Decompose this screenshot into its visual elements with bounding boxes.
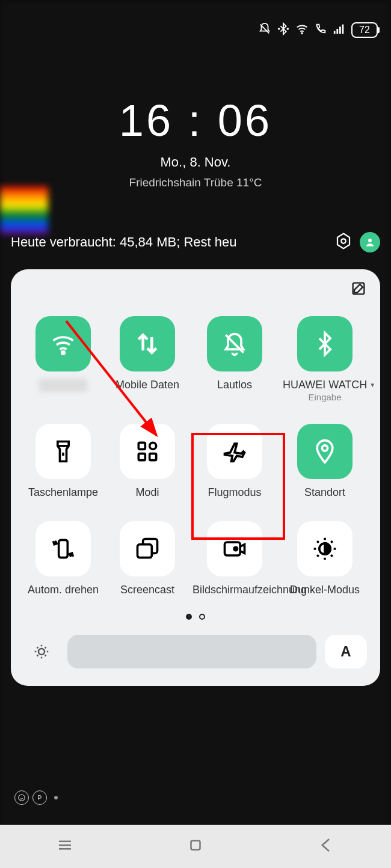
bluetooth-toggle-button[interactable] [297,316,353,371]
dark-mode-toggle-button[interactable] [297,521,353,576]
svg-point-1 [287,28,288,29]
wifi-icon [295,22,309,38]
tiles-grid: Mobile Daten Lautlos HUAWEI WATCH Eingab… [24,316,367,597]
edit-tiles-button[interactable] [350,280,367,299]
svg-point-15 [322,445,327,451]
svg-rect-5 [339,26,341,34]
bluetooth-label: HUAWEI WATCH [283,379,367,392]
wifi-toggle-button[interactable] [35,316,91,371]
nav-back-button[interactable] [317,836,335,857]
svg-point-12 [150,442,156,449]
dark-mode-tile[interactable]: Dunkel-Modus [283,521,367,597]
nav-recents-button[interactable] [56,836,74,857]
clock-time: 16 : 06 [0,95,391,146]
screencast-toggle-button[interactable] [120,521,175,576]
flashlight-toggle-button[interactable] [35,424,91,479]
bluetooth-sublabel: Eingabe [308,392,341,402]
svg-point-7 [341,239,346,243]
mute-tile[interactable]: Lautlos [192,316,277,402]
svg-point-23 [19,795,25,801]
svg-rect-11 [138,442,145,449]
bluetooth-tile[interactable]: HUAWEI WATCH Eingabe [283,316,367,402]
svg-rect-24 [191,841,200,850]
location-label: Standort [304,486,345,500]
location-toggle-button[interactable] [297,424,353,479]
data-usage-text: Heute verbraucht: 45,84 MB; Rest heu [11,234,327,250]
quick-settings-panel: Mobile Daten Lautlos HUAWEI WATCH Eingab… [11,269,380,686]
page-dot-1 [186,614,192,620]
bluetooth-icon [277,22,290,38]
mute-label: Lautlos [217,379,252,392]
weather-info[interactable]: Friedrichshain Trübe 11°C [0,176,391,189]
brightness-low-icon [24,634,59,669]
modes-tile[interactable]: Modi [108,424,186,500]
modes-label: Modi [135,486,159,500]
flashlight-label: Taschenlampe [28,486,98,500]
brightness-row: A [24,634,367,669]
svg-rect-4 [336,29,338,34]
modes-toggle-button[interactable] [120,424,175,479]
mobile-data-label: Mobile Daten [115,379,179,392]
wifi-label [39,379,87,392]
page-dot-2 [199,614,205,620]
svg-point-2 [301,32,303,34]
signal-icon [333,22,346,38]
airplane-mode-tile[interactable]: Flugmodus [192,424,277,500]
auto-rotate-label: Autom. drehen [28,584,99,597]
navigation-bar [0,825,391,868]
svg-point-0 [279,28,280,29]
svg-rect-17 [138,545,152,558]
volte-icon [314,22,327,38]
svg-rect-16 [59,540,68,557]
wifi-tile[interactable] [24,316,102,402]
auto-rotate-tile[interactable]: Autom. drehen [24,521,102,597]
clock-area: 16 : 06 Mo., 8. Nov. Friedrichshain Trüb… [0,95,391,189]
svg-point-8 [368,239,372,242]
svg-rect-6 [342,25,344,34]
battery-indicator: 72 [351,22,378,38]
screen-record-label: Bildschirmaufzeichnung [192,584,277,597]
location-tile[interactable]: Standort [283,424,367,500]
svg-point-10 [62,351,64,353]
screencast-tile[interactable]: Screencast [108,521,186,597]
screen-record-toggle-button[interactable] [207,521,262,576]
flashlight-tile[interactable]: Taschenlampe [24,424,102,500]
svg-rect-14 [150,454,156,460]
nav-home-button[interactable] [186,836,205,857]
mute-icon [258,22,271,38]
brightness-auto-button[interactable]: A [325,635,367,668]
notification-bubbles[interactable] [14,790,58,805]
data-usage-row[interactable]: Heute verbraucht: 45,84 MB; Rest heu [11,232,380,252]
auto-rotate-toggle-button[interactable] [35,521,91,576]
airplane-mode-label: Flugmodus [208,486,261,500]
page-indicator [24,614,367,620]
svg-rect-13 [138,454,145,460]
clock-date: Mo., 8. Nov. [0,154,391,170]
mute-toggle-button[interactable] [207,316,262,371]
airplane-mode-toggle-button[interactable] [207,424,262,479]
svg-rect-3 [334,31,336,34]
settings-hex-icon[interactable] [334,232,353,252]
status-bar: 72 [0,0,391,60]
dark-mode-label: Dunkel-Modus [290,584,360,597]
svg-point-21 [38,649,45,655]
mobile-data-toggle-button[interactable] [120,316,175,371]
whatsapp-bubble-icon[interactable] [14,790,29,805]
mobile-data-tile[interactable]: Mobile Daten [108,316,186,402]
screen-record-tile[interactable]: Bildschirmaufzeichnung [192,521,277,597]
brightness-slider[interactable] [67,635,316,668]
svg-point-19 [234,547,238,551]
profile-avatar[interactable] [360,232,380,252]
app-bubble-icon[interactable] [32,790,47,805]
screencast-label: Screencast [120,584,174,597]
more-bubble-icon [54,796,58,799]
rainbow-flag-blur [0,186,48,234]
